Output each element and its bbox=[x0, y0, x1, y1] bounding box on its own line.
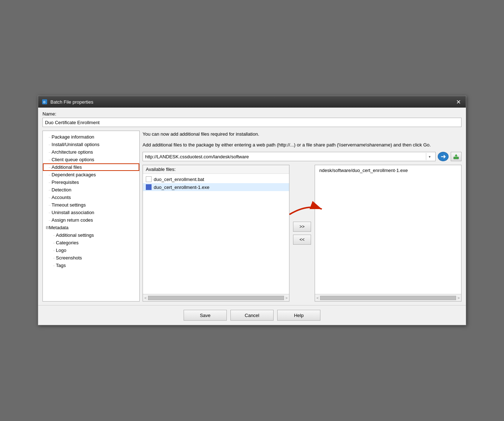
available-files-scrollbar[interactable]: < > bbox=[143, 294, 289, 301]
sidebar-item-logo[interactable]: Logo bbox=[43, 246, 139, 254]
scroll-thumb-right[interactable] bbox=[320, 296, 456, 300]
sidebar-item-tags[interactable]: Tags bbox=[43, 262, 139, 269]
main-content: Package information Install/Uninstall op… bbox=[42, 131, 462, 302]
sidebar-item-additional-settings[interactable]: Additional settings bbox=[43, 231, 139, 239]
upload-icon bbox=[453, 153, 459, 160]
sidebar-item-label: Detection bbox=[51, 187, 71, 193]
sidebar-item-label: Install/Uninstall options bbox=[51, 142, 99, 147]
remove-files-button[interactable]: << bbox=[293, 235, 311, 245]
sidebar-item-label: Assign return codes bbox=[51, 217, 93, 223]
sidebar-item-screenshots[interactable]: Screenshots bbox=[43, 254, 139, 262]
scroll-thumb[interactable] bbox=[148, 296, 284, 300]
cancel-button[interactable]: Cancel bbox=[230, 310, 274, 321]
sidebar-item-detection[interactable]: Detection bbox=[43, 186, 139, 194]
svg-rect-4 bbox=[456, 156, 456, 158]
sidebar-item-label: Prerequisites bbox=[51, 180, 79, 185]
available-files-list: duo_cert_enrollment.bat duo_cert_enrollm… bbox=[143, 174, 289, 294]
url-dropdown-arrow[interactable]: ▾ bbox=[426, 153, 433, 160]
exe-file-icon bbox=[146, 184, 152, 190]
sidebar-item-prerequisites[interactable]: Prerequisites bbox=[43, 178, 139, 186]
add-files-button[interactable]: >> bbox=[293, 222, 311, 232]
url-input[interactable] bbox=[145, 154, 426, 159]
title-bar: ⚙ Batch File properties ✕ bbox=[38, 96, 466, 108]
sidebar-item-label: Tags bbox=[56, 263, 66, 268]
sidebar-item-dependent-packages[interactable]: Dependent packages bbox=[43, 171, 139, 178]
help-button[interactable]: Help bbox=[277, 310, 320, 321]
sidebar-item-label: Timeout settings bbox=[51, 202, 86, 208]
sidebar-item-client-queue[interactable]: Client queue options bbox=[43, 156, 139, 163]
go-button[interactable]: ➜ bbox=[438, 152, 449, 161]
upload-button[interactable] bbox=[451, 152, 462, 161]
go-arrow-icon: ➜ bbox=[441, 153, 446, 160]
scroll-right-icon: > bbox=[458, 296, 460, 300]
dialog-title: Batch File properties bbox=[50, 99, 93, 105]
selected-file-item[interactable]: ndesk/software/duo_cert_enrollment-1.exe bbox=[318, 167, 458, 174]
available-files-header: Available files: bbox=[143, 165, 289, 174]
sidebar-item-categories[interactable]: Categories bbox=[43, 239, 139, 246]
dialog-body: Name: Package information Install/Uninst… bbox=[38, 108, 466, 305]
sidebar-item-timeout-settings[interactable]: Timeout settings bbox=[43, 201, 139, 209]
svg-marker-3 bbox=[455, 154, 458, 156]
close-button[interactable]: ✕ bbox=[455, 99, 462, 105]
sidebar-group-metadata[interactable]: Metadata bbox=[43, 224, 139, 231]
batch-file-properties-dialog: ⚙ Batch File properties ✕ Name: Package … bbox=[38, 96, 466, 325]
sidebar-item-architecture[interactable]: Architecture options bbox=[43, 148, 139, 156]
file-item-bat[interactable]: duo_cert_enrollment.bat bbox=[143, 175, 289, 183]
sidebar-item-label: Architecture options bbox=[51, 149, 93, 155]
description-2: Add additional files to the package by e… bbox=[143, 141, 462, 149]
middle-buttons: >> << bbox=[289, 165, 315, 302]
url-combo-container: ▾ bbox=[143, 152, 436, 161]
file-name-exe: duo_cert_enrollment-1.exe bbox=[154, 185, 210, 190]
sidebar-item-label: Client queue options bbox=[51, 157, 94, 162]
sidebar-item-label: Screenshots bbox=[56, 255, 82, 261]
bat-file-icon bbox=[146, 176, 152, 182]
dialog-footer: Save Cancel Help bbox=[38, 305, 466, 325]
files-section: Available files: duo_cert_enrollment.bat… bbox=[143, 165, 462, 302]
sidebar-item-label: Dependent packages bbox=[51, 172, 96, 177]
scroll-right-icon: > bbox=[285, 296, 288, 300]
available-files-panel: Available files: duo_cert_enrollment.bat… bbox=[143, 165, 289, 302]
name-label: Name: bbox=[42, 111, 462, 117]
file-name-bat: duo_cert_enrollment.bat bbox=[154, 177, 204, 182]
sidebar-item-label: Categories bbox=[56, 240, 78, 245]
file-item-exe[interactable]: duo_cert_enrollment-1.exe bbox=[143, 183, 289, 191]
selected-files-content: ndesk/software/duo_cert_enrollment-1.exe bbox=[315, 165, 461, 294]
sidebar-item-label: Additional settings bbox=[56, 232, 94, 238]
sidebar-group-label: Metadata bbox=[49, 225, 68, 230]
name-input[interactable] bbox=[42, 118, 462, 127]
title-bar-left: ⚙ Batch File properties bbox=[42, 99, 93, 105]
sidebar-item-install-uninstall[interactable]: Install/Uninstall options bbox=[43, 141, 139, 148]
save-button[interactable]: Save bbox=[184, 310, 227, 321]
svg-text:⚙: ⚙ bbox=[43, 100, 46, 104]
sidebar-item-assign-return-codes[interactable]: Assign return codes bbox=[43, 216, 139, 224]
sidebar-item-package-information[interactable]: Package information bbox=[43, 133, 139, 141]
name-section: Name: bbox=[42, 111, 462, 127]
scroll-left-icon: < bbox=[316, 296, 319, 300]
content-area: You can now add additional files require… bbox=[143, 131, 462, 302]
url-row: ▾ ➜ bbox=[143, 152, 462, 161]
description-1: You can now add additional files require… bbox=[143, 131, 462, 138]
sidebar-item-label: Uninstall association bbox=[51, 210, 94, 215]
sidebar-item-uninstall-association[interactable]: Uninstall association bbox=[43, 209, 139, 216]
app-icon: ⚙ bbox=[42, 99, 48, 105]
selected-files-scrollbar[interactable]: < > bbox=[315, 294, 461, 301]
sidebar-item-label: Additional files bbox=[51, 164, 82, 170]
sidebar-item-label: Logo bbox=[56, 248, 66, 253]
sidebar-item-accounts[interactable]: Accounts bbox=[43, 194, 139, 201]
sidebar-item-additional-files[interactable]: Additional files bbox=[43, 163, 139, 171]
sidebar-item-label: Accounts bbox=[51, 195, 71, 200]
selected-files-panel: ndesk/software/duo_cert_enrollment-1.exe… bbox=[315, 165, 462, 302]
scroll-left-icon: < bbox=[144, 296, 147, 300]
sidebar-item-label: Package information bbox=[51, 134, 94, 140]
sidebar: Package information Install/Uninstall op… bbox=[42, 131, 140, 302]
